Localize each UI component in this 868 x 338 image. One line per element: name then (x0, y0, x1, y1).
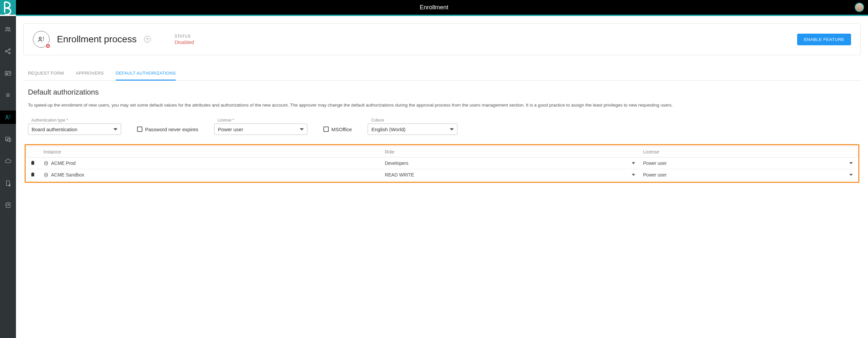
section-title: Default authorizations (28, 88, 861, 96)
license-field: License * Power user (214, 118, 307, 135)
sidebar-item-stack[interactable] (0, 89, 16, 102)
table-header-license: License (640, 146, 857, 158)
password-never-expires-checkbox[interactable]: Password never expires (137, 123, 198, 135)
password-never-expires-label: Password never expires (145, 126, 198, 132)
chevron-down-icon (300, 128, 304, 131)
row-license-select[interactable]: Power user (640, 158, 857, 169)
database-icon (43, 161, 49, 166)
tab-default-authorizations[interactable]: DEFAULT AUTHORIZATIONS (116, 67, 176, 81)
checkbox-icon (137, 126, 143, 132)
trash-icon (30, 172, 35, 177)
auth-type-label: Authentication type * (31, 118, 121, 122)
sidebar-item-cloud[interactable] (0, 154, 16, 168)
culture-select[interactable]: English (World) (368, 123, 458, 135)
enable-feature-button[interactable]: ENABLE FEATURE (797, 34, 851, 45)
table-header-instance: Instance (40, 146, 381, 158)
role-select[interactable]: READ WRITE (381, 169, 640, 181)
sidebar-item-users[interactable] (0, 23, 16, 36)
table-header-blank (27, 146, 40, 158)
svg-point-3 (9, 49, 10, 50)
role-value: Developers (385, 161, 408, 166)
table-row: ACME Prod Developers Power user (27, 158, 857, 169)
users-icon (4, 26, 12, 33)
msoffice-checkbox[interactable]: MSOffice (323, 123, 352, 135)
status-label: STATUS (175, 34, 194, 39)
role-select[interactable]: Developers (381, 158, 640, 169)
auth-type-select[interactable]: Board authentication (28, 123, 121, 135)
page-title: Enrollment (420, 4, 448, 11)
help-icon[interactable]: ? (144, 36, 151, 43)
stack-icon (4, 91, 12, 99)
chevron-down-icon (849, 162, 853, 164)
header-card: ✕ Enrollment process ? STATUS Disabled E… (23, 23, 861, 55)
sidebar-item-share[interactable] (0, 45, 16, 58)
row-license-value: Power user (643, 161, 667, 166)
svg-point-7 (6, 116, 8, 117)
culture-label: Culture (371, 118, 458, 122)
instances-table-highlight: Instance Role License (25, 144, 859, 183)
auth-type-value: Board authentication (32, 126, 78, 132)
main-content: ✕ Enrollment process ? STATUS Disabled E… (16, 16, 868, 338)
culture-field: Culture English (World) (368, 118, 458, 135)
auth-type-field: Authentication type * Board authenticati… (28, 118, 121, 135)
share-icon (4, 48, 12, 55)
row-license-value: Power user (643, 172, 667, 177)
license-value: Power user (218, 126, 243, 132)
instance-name: ACME Prod (51, 161, 76, 166)
avatar-icon (855, 3, 864, 12)
sidebar-item-chat[interactable] (0, 133, 16, 146)
tab-request-form[interactable]: REQUEST FORM (28, 67, 64, 80)
instance-name: ACME Sandbox (51, 172, 85, 177)
chevron-down-icon (632, 174, 635, 176)
chevron-down-icon (114, 128, 118, 131)
sidebar-item-id[interactable] (0, 66, 16, 80)
enrollment-icon (4, 114, 12, 121)
license-select[interactable]: Power user (214, 123, 307, 135)
sidebar-item-doc[interactable] (0, 176, 16, 190)
chat-icon (4, 136, 12, 143)
status-value: Disabled (175, 39, 194, 45)
sidebar-item-enrollment[interactable] (0, 111, 16, 124)
table-header-role: Role (381, 146, 640, 158)
license-label: License * (218, 118, 307, 122)
app-logo[interactable] (0, 0, 16, 15)
status-block: STATUS Disabled (175, 34, 194, 45)
database-icon (43, 172, 49, 177)
svg-point-1 (8, 28, 10, 29)
svg-point-4 (9, 52, 10, 54)
sidebar-item-address[interactable] (0, 198, 16, 212)
user-avatar[interactable] (855, 3, 864, 12)
cloud-icon (4, 158, 12, 165)
section-description: To speed-up the enrollment of new users,… (28, 102, 856, 109)
topbar: Enrollment (0, 0, 868, 15)
svg-point-6 (6, 73, 8, 74)
svg-point-12 (44, 173, 48, 174)
tab-approvers[interactable]: APPROVERS (76, 67, 104, 80)
delete-row-button[interactable] (30, 160, 35, 165)
svg-point-2 (5, 51, 7, 52)
sidebar (0, 16, 16, 338)
table-row: ACME Sandbox READ WRITE Power user (27, 169, 857, 181)
form-row: Authentication type * Board authenticati… (28, 118, 856, 135)
card-title: Enrollment process (57, 34, 137, 45)
tabs: REQUEST FORM APPROVERS DEFAULT AUTHORIZA… (23, 67, 861, 81)
chevron-down-icon (849, 174, 853, 176)
board-logo-icon (0, 0, 16, 15)
trash-icon (30, 160, 35, 165)
document-badge-icon (4, 179, 12, 187)
role-value: READ WRITE (385, 172, 414, 177)
culture-value: English (World) (371, 126, 405, 132)
svg-point-0 (6, 27, 8, 29)
chevron-down-icon (632, 162, 635, 164)
checkbox-icon (323, 126, 329, 132)
enrollment-process-icon: ✕ (33, 31, 50, 48)
id-card-icon (4, 69, 12, 77)
address-book-icon (4, 201, 12, 209)
svg-point-10 (39, 37, 41, 39)
chevron-down-icon (450, 128, 454, 131)
msoffice-label: MSOffice (331, 126, 352, 132)
svg-point-11 (44, 162, 48, 163)
instances-table: Instance Role License (27, 146, 857, 181)
delete-row-button[interactable] (30, 172, 35, 177)
row-license-select[interactable]: Power user (640, 169, 857, 181)
